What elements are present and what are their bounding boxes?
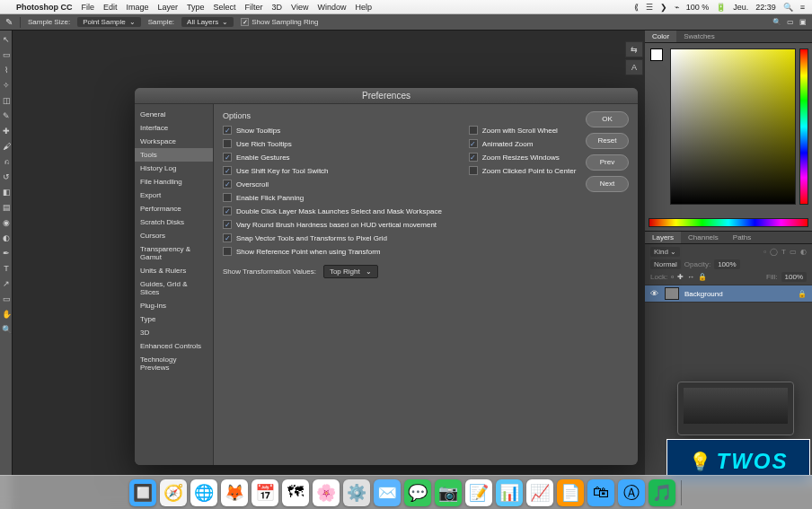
dblclick-layer-mask-checkbox[interactable]: [223, 206, 232, 215]
dock-firefox-icon[interactable]: 🦊: [221, 479, 248, 506]
zoom-resizes-windows-checkbox[interactable]: [469, 153, 478, 162]
filter-pixel-icon[interactable]: ▫: [763, 248, 766, 256]
prefs-nav-technology-previews[interactable]: Technology Previews: [135, 353, 213, 374]
collapsed-panel-icon[interactable]: ⇆: [625, 41, 643, 57]
panel-toggle-icon[interactable]: ▣: [799, 18, 807, 26]
layer-visibility-icon[interactable]: 👁: [650, 289, 659, 298]
dock-finder-icon[interactable]: 🔲: [129, 479, 156, 506]
dock-mail-icon[interactable]: ✉️: [374, 479, 401, 506]
dock-chrome-icon[interactable]: 🌐: [190, 479, 217, 506]
eyedropper-tool-icon[interactable]: ✎: [0, 109, 13, 123]
dock-facetime-icon[interactable]: 📷: [435, 479, 462, 506]
shift-key-tool-switch-checkbox[interactable]: [223, 166, 232, 175]
prefs-nav-interface[interactable]: Interface: [135, 121, 213, 135]
filter-type-icon[interactable]: T: [781, 248, 786, 256]
status-icon[interactable]: ❯: [660, 3, 667, 12]
menu-file[interactable]: File: [82, 3, 95, 12]
prefs-nav-type[interactable]: Type: [135, 312, 213, 326]
menu-help[interactable]: Help: [355, 3, 372, 12]
dock-calendar-icon[interactable]: 📅: [252, 479, 278, 506]
prefs-nav-transparency-gamut[interactable]: Transparency & Gamut: [135, 242, 213, 264]
crop-tool-icon[interactable]: ◫: [0, 93, 13, 108]
reset-button[interactable]: Reset: [586, 133, 629, 149]
prefs-nav-history-log[interactable]: History Log: [135, 162, 213, 175]
wand-tool-icon[interactable]: ✧: [0, 78, 13, 92]
menu-filter[interactable]: Filter: [245, 3, 263, 12]
dodge-tool-icon[interactable]: ◐: [0, 231, 13, 245]
prefs-nav-general[interactable]: General: [135, 108, 213, 121]
filter-adjustment-icon[interactable]: ◯: [770, 248, 778, 256]
menu-window[interactable]: Window: [317, 3, 346, 12]
lock-position-icon[interactable]: ✚: [677, 273, 684, 281]
prefs-nav-tools[interactable]: Tools: [135, 148, 213, 162]
spotlight-icon[interactable]: 🔍: [783, 3, 793, 12]
dock-safari-icon[interactable]: 🧭: [160, 479, 187, 506]
stamp-tool-icon[interactable]: ⎌: [0, 154, 13, 169]
filter-smart-icon[interactable]: ◐: [800, 248, 807, 256]
show-reference-point-checkbox[interactable]: [223, 247, 232, 256]
next-button[interactable]: Next: [586, 176, 629, 192]
color-ramp[interactable]: [649, 218, 808, 227]
lock-artboard-icon[interactable]: ↔: [687, 273, 694, 281]
menu-view[interactable]: View: [291, 3, 308, 12]
secondary-window-thumbnail[interactable]: [677, 382, 794, 435]
menu-select[interactable]: Select: [214, 3, 236, 12]
filter-shape-icon[interactable]: ▭: [790, 248, 797, 256]
dock-pages-icon[interactable]: 📄: [557, 479, 584, 506]
zoom-scroll-wheel-checkbox[interactable]: [469, 126, 478, 135]
layer-filter-dropdown[interactable]: Kind ⌄: [650, 247, 680, 257]
layer-thumbnail[interactable]: [665, 287, 679, 300]
dock-appstore-icon[interactable]: 🛍: [587, 479, 614, 506]
color-field[interactable]: [670, 48, 796, 205]
eraser-tool-icon[interactable]: ◧: [0, 185, 13, 199]
prefs-nav-workspace[interactable]: Workspace: [135, 135, 213, 148]
channels-tab[interactable]: Channels: [681, 232, 726, 243]
move-tool-icon[interactable]: ↖: [0, 32, 13, 47]
layer-item-background[interactable]: 👁 Background 🔒: [645, 285, 812, 303]
sample-dropdown[interactable]: All Layers⌄: [181, 17, 234, 27]
ok-button[interactable]: OK: [586, 111, 629, 127]
marquee-tool-icon[interactable]: ▭: [0, 48, 13, 62]
show-tooltips-checkbox[interactable]: [223, 126, 232, 135]
menu-3d[interactable]: 3D: [272, 3, 283, 12]
show-sampling-ring-checkbox[interactable]: ✓: [241, 18, 249, 26]
show-transform-values-dropdown[interactable]: Top Right⌄: [323, 265, 378, 278]
status-icon[interactable]: ⟪: [634, 3, 639, 12]
path-tool-icon[interactable]: ↗: [0, 276, 13, 291]
dock-numbers-icon[interactable]: 📈: [526, 479, 553, 506]
hue-slider[interactable]: [799, 48, 808, 205]
prefs-nav-units-rulers[interactable]: Units & Rulers: [135, 264, 213, 277]
dock-notes-icon[interactable]: 📝: [465, 479, 492, 506]
prefs-nav-file-handling[interactable]: File Handling: [135, 175, 213, 189]
eyedropper-tool-icon[interactable]: ✎: [5, 17, 13, 27]
workspace-switcher-icon[interactable]: ▭: [787, 18, 794, 26]
notification-center-icon[interactable]: ≡: [800, 3, 805, 12]
prefs-nav-3d[interactable]: 3D: [135, 326, 213, 339]
fill-input[interactable]: 100%: [781, 272, 807, 282]
dock-settings-icon[interactable]: ⚙️: [343, 479, 370, 506]
flick-panning-checkbox[interactable]: [223, 193, 232, 202]
menu-edit[interactable]: Edit: [103, 3, 118, 12]
dock-appstore2-icon[interactable]: Ⓐ: [618, 479, 645, 506]
use-rich-tooltips-checkbox[interactable]: [223, 139, 232, 148]
dock-spotify-icon[interactable]: 🎵: [649, 479, 675, 506]
overscroll-checkbox[interactable]: [223, 180, 232, 189]
pen-tool-icon[interactable]: ✒: [0, 246, 13, 260]
shape-tool-icon[interactable]: ▭: [0, 292, 13, 306]
opacity-input[interactable]: 100%: [714, 259, 739, 269]
brush-tool-icon[interactable]: 🖌: [0, 139, 13, 154]
type-tool-icon[interactable]: T: [0, 261, 13, 276]
animated-zoom-checkbox[interactable]: [469, 139, 478, 148]
foreground-color-swatch[interactable]: [650, 48, 663, 61]
blend-mode-dropdown[interactable]: Normal: [650, 259, 681, 269]
paths-tab[interactable]: Paths: [726, 232, 758, 243]
history-brush-icon[interactable]: ↺: [0, 170, 13, 184]
enable-gestures-checkbox[interactable]: [223, 153, 232, 162]
prefs-nav-export[interactable]: Export: [135, 189, 213, 202]
prefs-nav-cursors[interactable]: Cursors: [135, 229, 213, 242]
prefs-nav-scratch-disks[interactable]: Scratch Disks: [135, 215, 213, 229]
prefs-nav-enhanced-controls[interactable]: Enhanced Controls: [135, 339, 213, 353]
zoom-tool-icon[interactable]: 🔍: [0, 322, 13, 337]
menu-layer[interactable]: Layer: [158, 3, 179, 12]
blur-tool-icon[interactable]: ◉: [0, 215, 13, 230]
